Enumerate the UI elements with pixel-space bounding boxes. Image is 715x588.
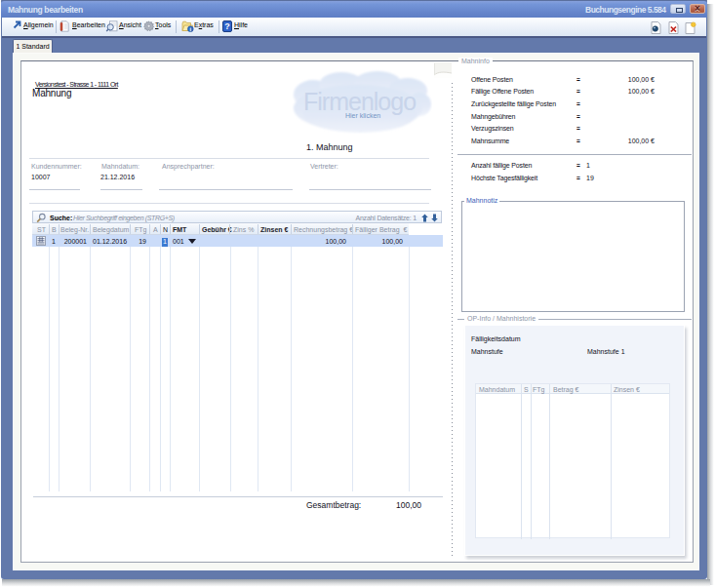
- svg-text:?: ?: [224, 21, 230, 31]
